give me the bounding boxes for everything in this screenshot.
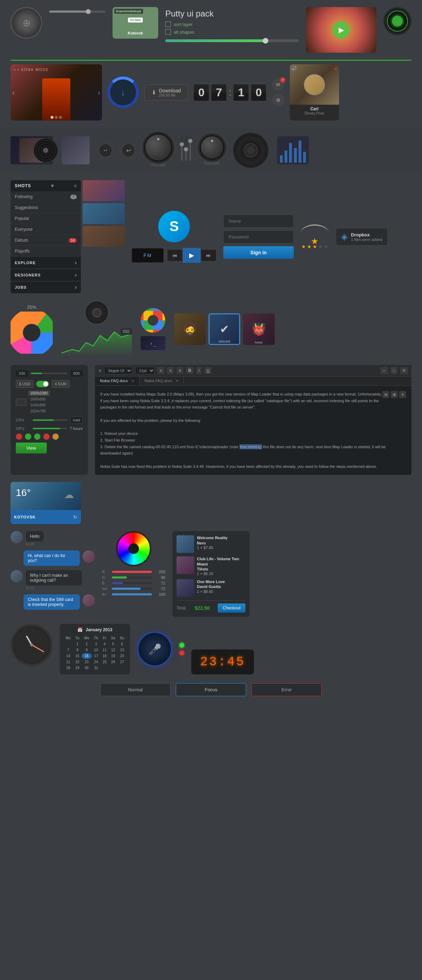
- color-dot-red[interactable]: [16, 433, 22, 440]
- cal-cell-4-1[interactable]: 29: [73, 665, 82, 671]
- cal-cell-3-3[interactable]: 24: [92, 659, 101, 665]
- all-shapes-link[interactable]: all shapes: [165, 29, 299, 35]
- cal-cell-1-6[interactable]: 13: [117, 647, 126, 653]
- sidebar-section-jobs[interactable]: JOBS ›: [11, 281, 81, 293]
- brightness-slider[interactable]: [112, 593, 152, 595]
- progress-knob[interactable]: [263, 38, 269, 43]
- minimize-button[interactable]: ─: [380, 367, 388, 374]
- star-5[interactable]: ★: [324, 244, 328, 250]
- input-error[interactable]: [251, 683, 322, 696]
- cpu-slider[interactable]: [33, 419, 67, 421]
- movie-slider[interactable]: ▪ ▪ EDNA MODE ‹ ›: [11, 64, 102, 121]
- color-dot-red2[interactable]: [43, 433, 50, 440]
- sidebar-section-designers[interactable]: DESIGNERS ›: [11, 269, 81, 281]
- cal-cell-3-6[interactable]: 27: [117, 659, 126, 665]
- res-1920[interactable]: 1920x1080: [28, 391, 50, 396]
- color-b-slider[interactable]: [112, 582, 152, 584]
- sidebar-item-everyone[interactable]: Everyone: [11, 224, 81, 235]
- voice-button[interactable]: 🎤: [137, 632, 172, 667]
- game-card-3[interactable]: 👹 hover: [243, 313, 275, 345]
- eq-knob[interactable]: [200, 135, 224, 160]
- italic-button[interactable]: I: [196, 367, 201, 374]
- color-wheel[interactable]: [116, 531, 151, 566]
- view-button[interactable]: View: [16, 442, 47, 453]
- game-card-1[interactable]: 🧔: [174, 313, 206, 345]
- play-button-large[interactable]: ▶: [332, 21, 350, 39]
- vert-slider-3[interactable]: [190, 136, 191, 164]
- currency-eur[interactable]: € EUR: [52, 380, 69, 388]
- cal-cell-0-5[interactable]: 5: [109, 641, 117, 647]
- repeat-button[interactable]: ↩: [121, 143, 135, 158]
- cal-cell-0-1[interactable]: 1: [73, 641, 82, 647]
- cal-cell-3-1[interactable]: 22: [73, 659, 82, 665]
- cal-cell-4-0[interactable]: 28: [63, 665, 73, 671]
- name-input[interactable]: [223, 215, 294, 228]
- heart-icon[interactable]: ♥: [334, 66, 337, 72]
- vert-handle-3[interactable]: [188, 139, 192, 143]
- prev-button[interactable]: ⏮: [167, 250, 182, 261]
- small-tb-btn-2[interactable]: ⊠: [391, 391, 398, 398]
- speaker-icon[interactable]: 🔊: [291, 66, 297, 71]
- password-input[interactable]: [223, 231, 294, 243]
- cal-cell-0-3[interactable]: 3: [92, 641, 101, 647]
- cal-cell-2-6[interactable]: 20: [117, 653, 126, 659]
- cal-cell-4-3[interactable]: 31: [92, 665, 101, 671]
- slider-arrow-right[interactable]: ›: [98, 89, 100, 97]
- sidebar-item-following[interactable]: Following 7: [11, 191, 81, 202]
- small-tb-btn-1[interactable]: ⊞: [382, 391, 389, 398]
- align-center-button[interactable]: ≡: [167, 367, 174, 374]
- input-normal[interactable]: [100, 683, 171, 696]
- slide-dot-3[interactable]: [59, 116, 62, 119]
- bold-button[interactable]: B: [186, 367, 193, 374]
- cal-cell-0-6[interactable]: 6: [117, 641, 126, 647]
- editor-tab-1[interactable]: Nokia FAQ.docx ✕: [95, 377, 140, 385]
- sidebar-item-debuts[interactable]: Debuts 14: [11, 235, 81, 246]
- editor-font-select[interactable]: Segoe UI: [104, 367, 132, 374]
- cal-cell-2-4[interactable]: 18: [101, 653, 109, 659]
- sidebar-menu-icon[interactable]: ≡: [74, 183, 77, 189]
- color-dot-orange[interactable]: [53, 433, 59, 440]
- next-button[interactable]: ⏭: [201, 250, 216, 261]
- align-right-button[interactable]: ≡: [177, 367, 183, 374]
- nav-wheel[interactable]: [11, 7, 42, 39]
- sidebar-item-suggestions[interactable]: Suggestions: [11, 202, 81, 213]
- cal-cell-4-2[interactable]: 30: [82, 665, 92, 671]
- editor-size-select[interactable]: 11pt: [135, 367, 155, 374]
- cpu-select[interactable]: Intel: [70, 417, 83, 423]
- maximize-button[interactable]: □: [391, 367, 397, 374]
- sidebar-item-playoffs[interactable]: Playoffs: [11, 246, 81, 257]
- volume-slider-thumb[interactable]: [86, 9, 91, 14]
- res-1440[interactable]: 1440x900: [28, 402, 50, 408]
- sidebar-section-explore[interactable]: EXPLORE ›: [11, 257, 81, 269]
- cal-cell-3-0[interactable]: 21: [63, 659, 73, 665]
- cal-cell-today[interactable]: 16: [82, 653, 92, 659]
- editor-tab-2[interactable]: Nokia FAQ.docx ✕: [140, 377, 184, 385]
- vert-handle-1[interactable]: [180, 142, 184, 146]
- checkout-button[interactable]: Checkout: [218, 603, 245, 612]
- res-1024[interactable]: 1024x768: [28, 409, 50, 414]
- saturation-slider[interactable]: [112, 588, 152, 590]
- star-1[interactable]: ★: [301, 244, 306, 250]
- mail-button[interactable]: ✉ 7: [272, 78, 285, 91]
- cal-cell-0-2[interactable]: 2: [82, 641, 92, 647]
- cal-cell-3-4[interactable]: 25: [101, 659, 109, 665]
- slider-arrow-left[interactable]: ‹: [12, 89, 15, 97]
- volume-slider-track[interactable]: [49, 11, 105, 13]
- star-4[interactable]: ★: [318, 244, 323, 250]
- small-tb-btn-3[interactable]: ✕: [399, 391, 406, 398]
- tab-1-close[interactable]: ✕: [131, 379, 134, 383]
- color-g-slider[interactable]: [112, 576, 152, 579]
- volume-knob[interactable]: [144, 134, 172, 162]
- cal-cell-2-5[interactable]: 19: [109, 653, 117, 659]
- res-1600[interactable]: 1600x900: [28, 396, 50, 402]
- color-r-slider[interactable]: [112, 571, 152, 573]
- signin-button[interactable]: Sign in: [223, 246, 294, 259]
- cal-cell-2-1[interactable]: 15: [73, 653, 82, 659]
- range-slider-1[interactable]: [31, 373, 67, 374]
- sidebar-dropdown-icon[interactable]: ▼: [50, 183, 55, 189]
- slide-dot-2[interactable]: [55, 116, 58, 119]
- cal-cell-1-4[interactable]: 11: [101, 647, 109, 653]
- currency-toggle[interactable]: [36, 381, 49, 387]
- gpu-slider[interactable]: [33, 428, 67, 429]
- cal-cell-0-4[interactable]: 4: [101, 641, 109, 647]
